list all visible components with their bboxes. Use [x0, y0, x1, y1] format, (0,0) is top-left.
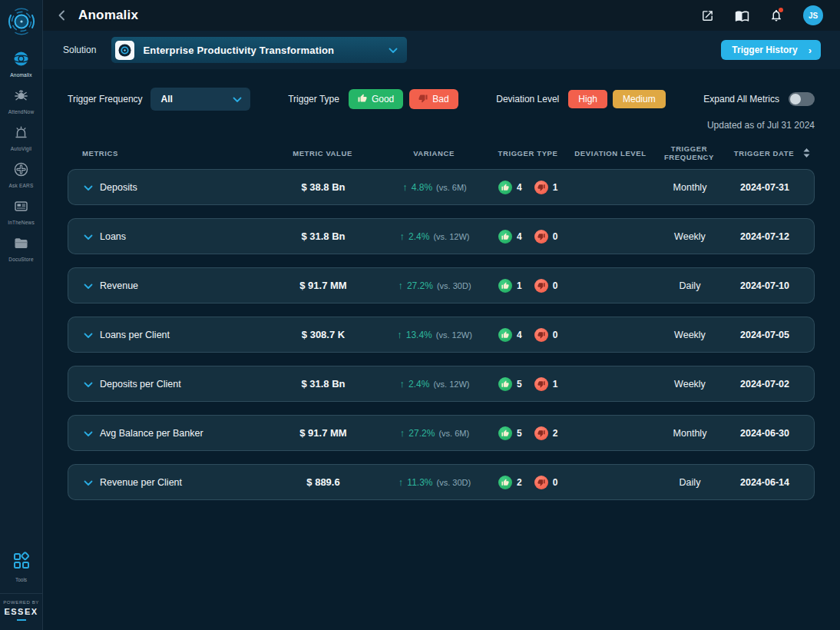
variance-cell: ↑ 27.2% (vs. 6M)	[385, 428, 484, 439]
sidebar-item-askears[interactable]: Ask EARS	[1, 161, 42, 188]
table-header-row: METRICS METRIC VALUE VARIANCE TRIGGER TY…	[68, 141, 815, 164]
metric-name: Revenue per Client	[100, 477, 182, 488]
col-header-trigger-date[interactable]: TRIGGER DATE	[729, 149, 799, 158]
sidebar-item-docustore[interactable]: DocuStore	[1, 235, 42, 262]
up-arrow-icon: ↑	[397, 330, 402, 340]
metric-name: Deposits per Client	[100, 379, 181, 390]
solution-bar: Solution Enterprise Productivity Transfo…	[43, 31, 840, 69]
thumbs-up-badge-icon	[498, 328, 512, 342]
bad-count: 0	[553, 477, 558, 488]
thumbs-up-badge-icon	[498, 279, 512, 293]
good-count: 4	[517, 330, 522, 340]
chevron-down-icon[interactable]	[84, 377, 93, 391]
sidebar-item-attendnow[interactable]: AttendNow	[1, 88, 42, 114]
page-title: Anomalix	[78, 8, 138, 23]
sidebar-item-anomalix[interactable]: Anomalix	[1, 51, 42, 78]
notification-dot	[779, 8, 783, 12]
metric-row[interactable]: Deposits per Client $ 31.8 Bn ↑ 2.4% (vs…	[68, 366, 815, 402]
col-header-trigger-type[interactable]: TRIGGER TYPE	[484, 149, 572, 158]
external-link-icon[interactable]	[699, 8, 715, 23]
variance-percent: 13.4%	[406, 330, 432, 340]
expand-all-toggle[interactable]	[789, 92, 815, 106]
metric-value: $ 38.8 Bn	[262, 181, 385, 193]
bad-count: 0	[553, 280, 558, 291]
trigger-frequency-cell: Daily	[650, 477, 730, 488]
variance-cell: ↑ 2.4% (vs. 12W)	[385, 231, 484, 242]
variance-period: (vs. 12W)	[433, 232, 469, 241]
metric-row[interactable]: Avg Balance per Banker $ 91.7 MM ↑ 27.2%…	[68, 415, 815, 451]
sort-icon[interactable]	[799, 148, 815, 158]
metric-row[interactable]: Loans $ 31.8 Bn ↑ 2.4% (vs. 12W) 4 0 Wee…	[68, 218, 815, 254]
chevron-down-icon[interactable]	[84, 230, 93, 244]
solution-selected-value: Enterprise Productivity Transformation	[143, 45, 334, 56]
up-arrow-icon: ↑	[398, 280, 403, 290]
metric-row[interactable]: Loans per Client $ 308.7 K ↑ 13.4% (vs. …	[68, 317, 815, 353]
bad-count: 1	[553, 379, 558, 390]
chevron-down-icon[interactable]	[84, 476, 93, 489]
col-header-metric-value[interactable]: METRIC VALUE	[261, 149, 384, 158]
medium-filter-button[interactable]: Medium	[613, 90, 666, 108]
trigger-date-cell: 2024-07-12	[730, 231, 799, 242]
bad-filter-button[interactable]: Bad	[409, 89, 458, 109]
col-header-metrics[interactable]: METRICS	[68, 149, 261, 158]
good-count: 1	[517, 280, 522, 291]
sidebar-item-tools[interactable]: Tools	[12, 551, 31, 582]
chevron-down-icon	[389, 43, 398, 57]
filters-row: Trigger Frequency All Trigger Type Good	[68, 88, 815, 111]
up-arrow-icon: ↑	[400, 428, 405, 438]
variance-cell: ↑ 27.2% (vs. 30D)	[385, 280, 484, 291]
metric-name: Loans	[100, 231, 126, 242]
sidebar: Anomalix AttendNow AutoVigi	[0, 0, 43, 630]
metric-value: $ 308.7 K	[262, 329, 385, 340]
chevron-down-icon[interactable]	[84, 328, 93, 342]
variance-percent: 2.4%	[408, 379, 429, 390]
trigger-history-button[interactable]: Trigger History ›	[721, 40, 821, 60]
variance-period: (vs. 6M)	[436, 183, 467, 192]
thumbs-down-badge-icon	[534, 377, 548, 391]
sidebar-item-inthenews[interactable]: InTheNews	[1, 198, 42, 225]
anomalix-globe-icon	[13, 51, 29, 70]
tools-grid-icon	[12, 551, 31, 574]
bad-count: 2	[553, 428, 558, 439]
high-filter-button[interactable]: High	[568, 90, 607, 108]
metric-row[interactable]: Deposits $ 38.8 Bn ↑ 4.8% (vs. 6M) 4 1 M…	[68, 169, 815, 205]
metric-row[interactable]: Revenue per Client $ 889.6 ↑ 11.3% (vs. …	[68, 464, 815, 500]
thumbs-up-badge-icon	[498, 230, 512, 244]
back-button[interactable]	[55, 9, 68, 22]
variance-period: (vs. 12W)	[436, 330, 472, 340]
col-header-deviation-level[interactable]: DEVIATION LEVEL	[572, 149, 649, 158]
sidebar-item-label: Anomalix	[10, 72, 31, 78]
chevron-down-icon[interactable]	[84, 426, 93, 440]
sidebar-item-autovigil[interactable]: AutoVigil	[1, 124, 42, 151]
sidebar-item-label: Ask EARS	[9, 183, 34, 188]
col-header-variance[interactable]: VARIANCE	[384, 149, 484, 158]
trigger-type-cell: 2 0	[484, 476, 573, 489]
app-logo-icon[interactable]	[5, 5, 38, 38]
metric-value: $ 889.6	[262, 476, 385, 488]
chevron-down-icon[interactable]	[84, 279, 93, 293]
solution-select[interactable]: Enterprise Productivity Transformation	[111, 37, 407, 63]
book-icon[interactable]	[734, 8, 749, 23]
folder-icon	[13, 235, 29, 254]
good-filter-button[interactable]: Good	[349, 89, 403, 109]
metric-rows: Deposits $ 38.8 Bn ↑ 4.8% (vs. 6M) 4 1 M…	[68, 169, 815, 500]
content-area: Trigger Frequency All Trigger Type Good	[43, 69, 840, 500]
trigger-frequency-select[interactable]: All	[150, 88, 250, 111]
metric-row[interactable]: Revenue $ 91.7 MM ↑ 27.2% (vs. 30D) 1 0 …	[68, 267, 815, 303]
trigger-frequency-cell: Weekly	[650, 379, 730, 390]
topbar-actions: JS	[699, 5, 823, 25]
avatar[interactable]: JS	[803, 5, 823, 25]
thumbs-up-icon	[358, 94, 367, 105]
thumbs-up-badge-icon	[498, 181, 512, 194]
bad-count: 0	[553, 330, 558, 340]
thumbs-up-badge-icon	[498, 377, 512, 391]
col-header-trigger-frequency[interactable]: TRIGGER FREQUENCY	[649, 144, 729, 161]
chevron-down-icon	[233, 92, 242, 106]
trigger-type-cell: 5 1	[484, 377, 573, 391]
chevron-down-icon[interactable]	[84, 181, 93, 194]
metric-value: $ 91.7 MM	[262, 427, 385, 439]
metric-value: $ 91.7 MM	[262, 280, 385, 291]
metric-name: Deposits	[100, 182, 137, 193]
bell-icon[interactable]	[769, 8, 784, 23]
variance-period: (vs. 12W)	[433, 380, 469, 389]
